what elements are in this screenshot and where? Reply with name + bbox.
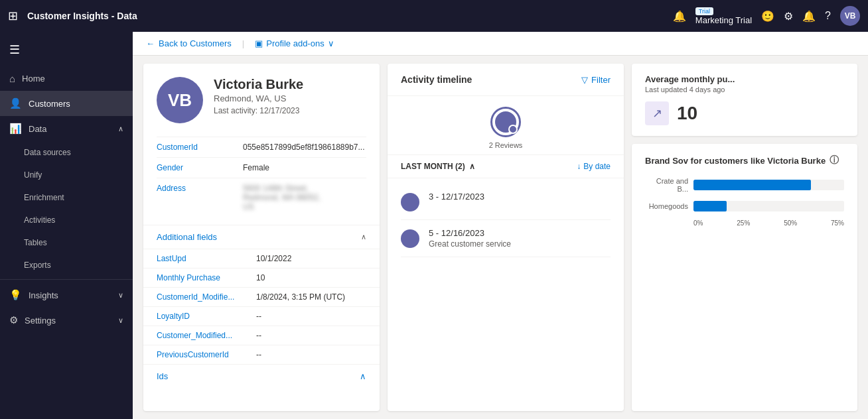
bar-track-0 (693, 180, 844, 190)
home-icon: ⌂ (9, 73, 15, 84)
sidebar-item-customers-label: Customers (29, 99, 70, 109)
bar-chart: Crate and B... Homegoods (645, 177, 844, 211)
profile-last-activity: Last activity: 12/17/2023 (214, 106, 366, 115)
add-field-row-loyaltyid: LoyaltyID -- (143, 306, 380, 326)
enrichment-label: Enrichment (24, 193, 64, 202)
customers-icon: 👤 (9, 97, 22, 109)
period-label: LAST MONTH (2) (401, 162, 465, 171)
timeline-dot-0 (401, 193, 419, 211)
settings-icon[interactable]: ⚙ (784, 10, 793, 23)
gender-value: Female (243, 163, 366, 172)
add-field-row-prev-customerid: PreviousCustomerId -- (143, 345, 380, 364)
monthly-value: 10 (256, 273, 366, 282)
additional-fields-content: LastUpd 10/1/2022 Monthly Purchase 10 Cu… (143, 249, 380, 364)
prev-customerid-label: PreviousCustomerId (157, 350, 250, 359)
timeline-item-title-1: 5 - 12/16/2023 (429, 228, 611, 238)
ids-label: Ids (157, 371, 168, 381)
right-column: Average monthly pu... Last updated 4 day… (632, 64, 857, 411)
data-icon: 📊 (9, 123, 22, 135)
sidebar-item-settings[interactable]: ⚙ Settings ∨ (0, 308, 133, 333)
sidebar-divider (0, 279, 133, 280)
activity-title: Activity timeline (401, 74, 472, 85)
timeline-item-title-0: 3 - 12/17/2023 (429, 192, 611, 202)
sidebar-item-settings-label: Settings (25, 316, 56, 326)
profile-avatar: VB (157, 77, 203, 123)
profile-addons-button[interactable]: ▣ Profile add-ons ∨ (255, 38, 334, 48)
add-field-row-lastupd: LastUpd 10/1/2022 (143, 249, 380, 268)
help-icon[interactable]: ? (825, 10, 831, 22)
back-to-customers-link[interactable]: ← Back to Customers (146, 38, 232, 48)
prev-customerid-value: -- (256, 350, 366, 359)
filter-button[interactable]: ▽ Filter (581, 75, 611, 85)
timeline-dot-1 (401, 229, 419, 248)
additional-fields-chevron-icon: ∧ (361, 233, 366, 241)
info-icon[interactable]: ⓘ (830, 154, 839, 166)
sidebar-item-home[interactable]: ⌂ Home (0, 66, 133, 91)
bell-icon[interactable]: 🔔 (802, 10, 816, 23)
filter-icon: ▽ (581, 75, 588, 85)
smiley-icon[interactable]: 🙂 (761, 10, 774, 23)
datasources-label: Data sources (24, 148, 71, 157)
address-value: 5600 148th Street,Redmond, WA 98052,US (243, 184, 366, 211)
axis-label-1: 25% (737, 219, 750, 227)
loyaltyid-label: LoyaltyID (157, 312, 250, 321)
loyaltyid-value: -- (256, 312, 366, 321)
data-chevron-icon: ∧ (118, 125, 123, 133)
user-avatar[interactable]: VB (840, 6, 860, 26)
sort-icon: ↓ (577, 162, 581, 171)
bar-fill-1 (693, 201, 727, 211)
add-field-row-customerid-modified: CustomerId_Modifie... 1/8/2024, 3:15 PM … (143, 287, 380, 306)
circle-count-label: 2 Reviews (489, 141, 523, 149)
bar-row-1: Homegoods (645, 201, 844, 211)
timeline-item-content-1: 5 - 12/16/2023 Great customer service (429, 228, 611, 249)
sidebar-item-tables[interactable]: Tables (0, 231, 133, 254)
sidebar-item-insights[interactable]: 💡 Insights ∨ (0, 282, 133, 308)
brand-title-text: Brand Sov for customers like Victoria Bu… (645, 156, 826, 166)
timeline-item-0: 3 - 12/17/2023 (401, 184, 611, 220)
bar-label-0: Crate and B... (645, 177, 688, 193)
top-navigation: ⊞ Customer Insights - Data 🔔 Trial Marke… (0, 0, 868, 32)
nav-icons: 🔔 Trial Marketing Trial 🙂 ⚙ 🔔 ? VB (673, 6, 860, 26)
sidebar-item-activities[interactable]: Activities (0, 209, 133, 231)
apps-icon[interactable]: ⊞ (8, 9, 18, 23)
sidebar-item-enrichment[interactable]: Enrichment (0, 186, 133, 209)
trial-block: Trial Marketing Trial (695, 7, 752, 25)
activity-timeline-card: Activity timeline ▽ Filter (388, 64, 624, 411)
customer-modified-value: -- (256, 331, 366, 340)
additional-fields-toggle[interactable]: Additional fields ∧ (143, 225, 380, 249)
profile-header: VB Victoria Burke Redmond, WA, US Last a… (143, 64, 380, 137)
trial-name: Marketing Trial (695, 15, 752, 25)
monthly-label: Monthly Purchase (157, 273, 250, 282)
profile-info: Victoria Burke Redmond, WA, US Last acti… (214, 77, 366, 115)
sort-by-date-button[interactable]: ↓ By date (577, 162, 611, 171)
sidebar: ☰ ⌂ Home 👤 Customers 📊 Data ∧ Data sourc… (0, 32, 133, 419)
customerid-label: CustomerId (157, 143, 236, 152)
sidebar-item-customers[interactable]: 👤 Customers (0, 91, 133, 116)
period-chevron-icon: ∧ (469, 162, 475, 171)
profile-location: Redmond, WA, US (214, 93, 366, 103)
hamburger-icon[interactable]: ☰ (0, 37, 133, 62)
field-row-address: Address 5600 148th Street,Redmond, WA 98… (157, 178, 366, 217)
sidebar-item-data[interactable]: 📊 Data ∧ (0, 116, 133, 141)
insights-icon: 💡 (9, 289, 22, 301)
sidebar-item-unify[interactable]: Unify (0, 164, 133, 186)
notification-icon[interactable]: 🔔 (673, 10, 686, 23)
timeline-item-content-0: 3 - 12/17/2023 (429, 192, 611, 202)
activities-label: Activities (24, 215, 55, 225)
profile-name: Victoria Burke (214, 77, 366, 92)
customerid-modified-value: 1/8/2024, 3:15 PM (UTC) (256, 292, 366, 302)
ids-toggle[interactable]: Ids ∧ (143, 364, 380, 388)
timeline-filter-row: LAST MONTH (2) ∧ ↓ By date (388, 154, 624, 178)
avg-title: Average monthly pu... (645, 74, 844, 84)
timeline-period-button[interactable]: LAST MONTH (2) ∧ (401, 162, 475, 171)
review-circle (490, 107, 521, 137)
avg-value-row: ↗ 10 (645, 101, 844, 125)
ids-chevron-icon: ∧ (360, 371, 366, 381)
back-label: Back to Customers (159, 38, 232, 48)
avg-monthly-card: Average monthly pu... Last updated 4 day… (632, 64, 857, 136)
axis-label-2: 50% (784, 219, 797, 227)
sidebar-item-exports[interactable]: Exports (0, 254, 133, 276)
settings-nav-icon: ⚙ (9, 314, 18, 326)
sidebar-item-datasources[interactable]: Data sources (0, 141, 133, 164)
profile-addons-label: Profile add-ons (266, 38, 324, 48)
